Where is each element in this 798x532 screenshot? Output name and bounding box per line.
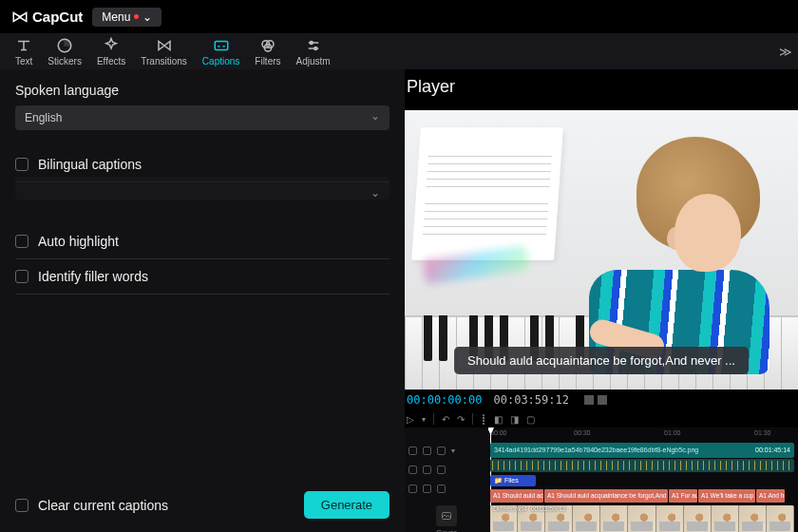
track-row-controls	[405, 460, 488, 479]
capcut-logo-icon	[11, 9, 28, 26]
files-clip[interactable]: 📁 Files	[490, 475, 536, 486]
caption-segment[interactable]: A1 Should auld acquai	[490, 489, 543, 503]
video-thumbnail	[684, 505, 712, 532]
filler-words-label: Identify filler words	[38, 269, 148, 284]
tool-toolbar: Text Stickers Effects Transitions Captio…	[0, 33, 798, 69]
tool-text[interactable]: Text	[8, 35, 40, 68]
image-icon	[441, 510, 452, 522]
bilingual-label: Bilingual captions	[38, 157, 142, 172]
svg-point-6	[314, 47, 316, 49]
tool-effects[interactable]: Effects	[89, 35, 133, 68]
lock-icon[interactable]	[408, 484, 417, 493]
caption-segment[interactable]: A1 We'll take a cup of	[698, 489, 755, 503]
video-thumbnail	[628, 505, 656, 532]
mute-icon[interactable]	[423, 446, 431, 455]
caption-track[interactable]: A1 Should auld acquaiA1 Should auld acqu…	[490, 489, 785, 503]
clear-captions-label: Clear current captions	[38, 498, 168, 513]
split-icon[interactable]: ┋	[481, 414, 486, 425]
generate-button[interactable]: Generate	[304, 491, 390, 519]
auto-highlight-label: Auto highlight	[38, 234, 119, 249]
video-thumbnail	[600, 505, 628, 532]
filler-words-checkbox[interactable]	[15, 270, 28, 283]
tool-captions[interactable]: Captions	[195, 35, 247, 68]
menu-button[interactable]: Menu⌄	[92, 8, 162, 27]
timeline-toolbar: ▷▾ ↶ ↷ ┋ ◧ ◨ ▢	[405, 410, 798, 428]
text-icon	[15, 37, 32, 54]
view-grid-icon[interactable]	[584, 395, 594, 405]
timeline-header: 00:00:00:00 00:03:59:12	[405, 390, 798, 410]
captions-icon	[213, 37, 230, 54]
track-row-controls: ▾	[405, 441, 488, 460]
video-thumbnail	[573, 505, 600, 532]
redo-icon[interactable]: ↷	[457, 414, 465, 425]
effects-icon	[103, 37, 120, 54]
tool-stickers[interactable]: Stickers	[40, 35, 89, 68]
time-ruler[interactable]: 00:00 00:30 01:00 01:30	[488, 428, 798, 441]
filters-icon	[259, 37, 276, 54]
bilingual-checkbox[interactable]	[15, 158, 28, 171]
transitions-icon	[156, 37, 173, 54]
trim-right-icon[interactable]: ◨	[510, 414, 519, 425]
duration-timecode: 00:03:59:12	[493, 393, 568, 407]
caption-segment[interactable]: A1 Should auld acquaintance be forgot,An…	[544, 489, 668, 503]
adjustment-icon	[305, 37, 322, 54]
hide-icon[interactable]	[437, 484, 446, 493]
video-thumbnail	[767, 505, 794, 532]
language-select[interactable]: English	[15, 105, 390, 130]
caption-segment[interactable]: A1 For auld	[669, 489, 697, 503]
svg-rect-1	[215, 41, 228, 49]
mute-icon[interactable]	[423, 466, 431, 474]
stickers-icon	[56, 37, 73, 54]
app-header: CapCut Menu⌄	[0, 0, 798, 33]
trim-left-icon[interactable]: ◧	[494, 414, 503, 425]
notification-dot-icon	[134, 14, 139, 19]
logo: CapCut	[11, 9, 83, 26]
current-timecode: 00:00:00:00	[407, 393, 482, 407]
chevron-down-icon: ⌄	[142, 10, 152, 24]
captions-panel: Spoken language English Bilingual captio…	[0, 69, 405, 532]
cover-slot[interactable]: Cover	[405, 502, 488, 532]
svg-point-5	[310, 41, 313, 44]
timeline: ▾ Cover 00:00 00:30 01:00 01:30 3414ad41…	[405, 428, 798, 532]
app-name: CapCut	[32, 9, 83, 25]
caption-segment[interactable]: A1 And he	[756, 489, 785, 503]
caption-overlay: Should auld acquaintance be forgot,And n…	[454, 347, 749, 374]
video-thumbnail	[712, 505, 739, 532]
hide-icon[interactable]	[437, 466, 446, 474]
clear-captions-checkbox[interactable]	[15, 499, 28, 512]
video-clip-label: Dinner.mp4 00:03:59:12	[493, 505, 566, 512]
video-thumbnail	[656, 505, 684, 532]
bilingual-language-select[interactable]	[15, 177, 390, 200]
spoken-language-label: Spoken language	[15, 83, 390, 98]
tool-adjustment[interactable]: Adjustm	[289, 35, 338, 68]
delete-icon[interactable]: ▢	[526, 414, 535, 425]
pointer-tool-icon[interactable]: ▷	[407, 414, 414, 425]
lock-icon[interactable]	[408, 466, 417, 474]
mute-icon[interactable]	[423, 484, 431, 493]
toolbar-more-icon[interactable]: ≫	[779, 45, 792, 59]
hide-icon[interactable]	[437, 446, 446, 455]
auto-highlight-checkbox[interactable]	[15, 235, 28, 248]
tool-transitions[interactable]: Transitions	[133, 35, 195, 68]
track-row-controls	[405, 479, 488, 498]
view-list-icon[interactable]	[598, 395, 607, 405]
player-title: Player	[405, 69, 798, 110]
track-controls: ▾ Cover	[405, 428, 488, 532]
audio-waveform[interactable]	[490, 459, 794, 472]
video-preview[interactable]: Should auld acquaintance be forgot,And n…	[405, 110, 798, 390]
track-area[interactable]: 00:00 00:30 01:00 01:30 3414ad4191dd2977…	[488, 428, 798, 532]
undo-icon[interactable]: ↶	[442, 414, 449, 425]
video-thumbnail	[739, 505, 767, 532]
lock-icon[interactable]	[408, 446, 417, 455]
audio-clip[interactable]: 3414ad4191dd297799e1a54b7840e232baee19fe…	[490, 443, 794, 458]
tool-filters[interactable]: Filters	[247, 35, 288, 68]
